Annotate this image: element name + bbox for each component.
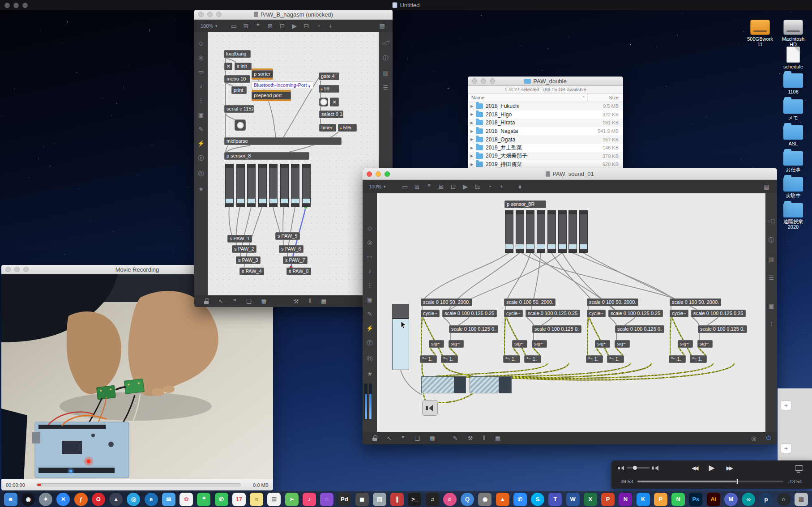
sequence-icon[interactable]: ⋮ [367, 282, 373, 289]
finder-row[interactable]: ▶2018_Ogata167 KB [468, 135, 623, 144]
multislider-2[interactable] [516, 210, 524, 253]
lock-icon[interactable] [372, 438, 377, 441]
max-object--1-[interactable]: *~ 1. [586, 355, 603, 363]
plug-icon[interactable]: ⚡ [366, 325, 373, 332]
desktop-icon-asl[interactable]: ASL [775, 125, 811, 146]
lock-icon[interactable] [204, 301, 209, 304]
multislider-6[interactable] [558, 210, 567, 253]
paw-sound-canvas[interactable]: scale 0 100 50. 2000.cycle~scale 0 100 0… [377, 193, 765, 432]
dock-app-numbers[interactable]: N [671, 493, 685, 506]
max-object-sig-[interactable]: sig~ [615, 340, 630, 348]
dial-icon[interactable]: ◔ [312, 22, 325, 30]
max-object-scale-0-100-0-125-0-25[interactable]: scale 0 100 0.125 0.25 [608, 310, 663, 317]
dock-app-max8[interactable]: M [724, 493, 738, 506]
multislider-4[interactable] [258, 164, 267, 207]
multislider-8[interactable] [302, 164, 311, 207]
media-icon[interactable]: ▣ [198, 111, 204, 118]
target-icon[interactable]: ◎ [198, 54, 203, 61]
max-object-s-init[interactable]: s init [235, 63, 252, 70]
message-icon[interactable]: ⊞ [240, 22, 252, 30]
max-object-bluetooth-incoming-port[interactable]: Bluetooth-Incoming-Port [252, 81, 313, 89]
dock-app-teams[interactable]: T [548, 493, 562, 506]
disclosure-triangle[interactable]: ▶ [468, 129, 476, 133]
multislider-5[interactable] [547, 210, 556, 253]
finder-row[interactable]: ▶2019_井上聖菜146 KB [468, 144, 623, 152]
max-object-s-paw-4[interactable]: s PAW_4 [239, 268, 264, 275]
dock-app-onenote[interactable]: N [619, 493, 632, 506]
button-icon[interactable]: ⊡ [447, 183, 459, 190]
audio-icon[interactable]: ♪ [200, 83, 203, 89]
dock-app-archive-app[interactable]: ▤ [373, 493, 386, 506]
dock-app-cube-app[interactable]: ◼ [355, 493, 369, 506]
dock-app-powerpoint[interactable]: P [601, 493, 615, 506]
new-object-icon[interactable]: ▭ [399, 183, 411, 190]
dock-app-chrome[interactable]: ◎ [127, 493, 140, 506]
max-object-scale-0-100-0-125-0-[interactable]: scale 0 100 0.125 0. [532, 325, 581, 333]
disclosure-triangle[interactable]: ▶ [468, 104, 476, 108]
finder-row[interactable]: ▶2018_Hirata161 KB [468, 119, 623, 127]
dock-app-edge[interactable]: e [145, 493, 158, 506]
rewind-button[interactable]: ◀◀ [692, 465, 697, 471]
search-icon[interactable]: ○⃘ [767, 218, 775, 225]
max-object--1-[interactable]: *~ 1. [503, 355, 520, 363]
recording-progress[interactable] [36, 483, 241, 486]
minimize-button[interactable] [376, 171, 381, 177]
disclosure-triangle[interactable]: ▶ [468, 146, 476, 150]
disclosure-triangle[interactable]: ▶ [468, 154, 476, 158]
max-object-loadbang[interactable]: loadbang [224, 50, 251, 58]
close-button[interactable] [198, 12, 204, 17]
toggle-icon[interactable]: ⊠ [264, 22, 276, 30]
max-object-cycle-[interactable]: cycle~ [504, 310, 523, 317]
gain-slider[interactable] [392, 304, 409, 370]
waveform-display-2[interactable] [470, 376, 512, 393]
zoom-button[interactable] [216, 12, 222, 17]
panels-icon[interactable]: ▥ [383, 70, 388, 77]
finder-row[interactable]: ▶2019_持田侑菜620 KB [468, 160, 623, 169]
close-button[interactable] [4, 3, 10, 8]
max-object-s-paw-5[interactable]: s PAW_5 [275, 232, 300, 240]
desktop-icon-1106[interactable]: 1106 [775, 73, 811, 94]
add-icon[interactable]: + [496, 183, 508, 190]
dock-app-vlc[interactable]: ▲ [496, 493, 509, 506]
close-button[interactable] [5, 267, 11, 272]
dock-app-music[interactable]: ♪ [303, 493, 316, 506]
add-button[interactable]: + [781, 400, 791, 410]
max-object--1-[interactable]: *~ 1. [669, 355, 686, 363]
finder-titlebar[interactable]: PAW_double [468, 77, 623, 86]
desktop-icon--[interactable]: 実験中 [775, 177, 811, 198]
dock-app-podcasts[interactable]: ◌ [320, 493, 333, 506]
paint-bucket-icon[interactable]: ⬧ [514, 183, 526, 191]
dock-app-parallels[interactable]: ∥ [390, 493, 404, 506]
finder-row[interactable]: ▶2018_Fukuchi9.5 MB [468, 102, 623, 111]
column-name[interactable]: Name [468, 95, 583, 100]
dock-app-keynote[interactable]: K [637, 493, 650, 506]
multislider-6[interactable] [280, 164, 289, 207]
matrix-icon[interactable]: ▦ [321, 298, 326, 305]
message-icon[interactable]: ⊞ [411, 183, 423, 190]
disclosure-triangle[interactable]: ▶ [468, 137, 476, 141]
minimize-button[interactable] [207, 12, 213, 17]
matrix-icon[interactable]: ▦ [495, 435, 500, 442]
max-object-scale-0-100-50-2000-[interactable]: scale 0 100 50. 2000. [587, 298, 638, 306]
dock-app-notes[interactable]: ≡ [250, 493, 263, 506]
dock-app-illustrator[interactable]: Ai [707, 493, 720, 506]
dock-app-terminal[interactable]: >_ [408, 493, 421, 506]
paw-b-titlebar[interactable]: PAW_B_nagasm (unlocked) [194, 9, 393, 20]
console-icon[interactable]: ▭ [367, 253, 372, 260]
dock-app-quicktime[interactable]: Q [461, 493, 474, 506]
max-object-s-paw-7[interactable]: s PAW_7 [283, 256, 308, 264]
multislider-1[interactable] [505, 210, 513, 253]
minimize-button[interactable] [481, 78, 486, 84]
dock-app-facetime[interactable]: ✆ [215, 493, 228, 506]
max-object-sig-[interactable]: sig~ [512, 340, 527, 348]
finder-row[interactable]: ▶2019_大畑美那子379 KB [468, 152, 623, 161]
max-object-prepend-port[interactable]: prepend port [252, 92, 291, 99]
grid-icon[interactable]: ▦ [430, 435, 435, 442]
package-icon[interactable]: Ⓟ [367, 339, 373, 347]
desktop-icon--[interactable]: メモ [775, 99, 811, 120]
dock-app-maps[interactable]: ➢ [285, 493, 299, 506]
audio-icon[interactable]: ♪ [368, 268, 372, 274]
pointer-icon[interactable]: ↖ [387, 435, 392, 442]
max-object-sig-[interactable]: sig~ [595, 340, 610, 348]
max-object-select-0-1[interactable]: select 0 1 [319, 111, 343, 118]
